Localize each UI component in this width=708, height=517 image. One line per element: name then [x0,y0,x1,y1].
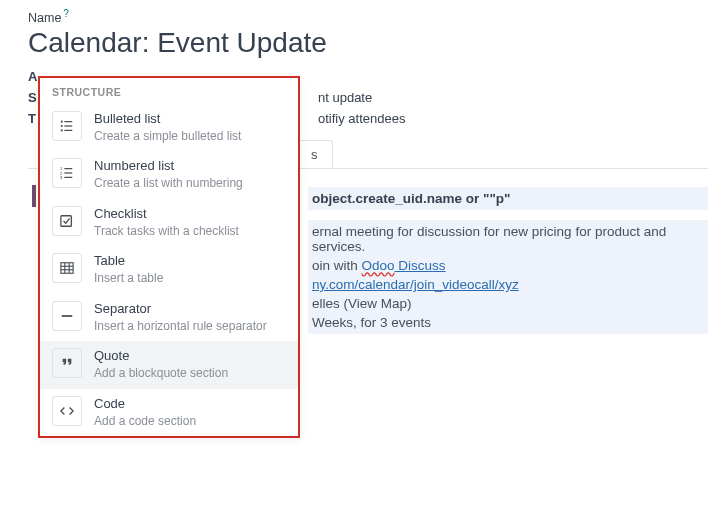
svg-rect-20 [62,315,73,317]
table-icon [52,253,82,283]
odoo-discuss-link[interactable]: Odoo [362,258,395,273]
popup-item-desc: Add a blockquote section [94,366,228,372]
numbered-list-icon: 123 [52,158,82,188]
svg-point-2 [61,121,63,123]
svg-rect-14 [61,216,72,227]
svg-rect-3 [64,121,72,122]
checklist-icon [52,206,82,236]
help-icon[interactable]: ? [63,8,69,19]
videocall-link[interactable]: ny.com/calendar/join_videocall/xyz [312,277,519,292]
tab-item[interactable]: s [296,140,333,168]
popup-item-separator[interactable]: Separator Insert a horizontal rule separ… [40,294,298,341]
popup-item-desc: Create a simple bulleted list [94,129,241,145]
svg-rect-13 [64,177,72,178]
popup-item-title: Table [94,253,163,270]
popup-item-desc: Track tasks with a checklist [94,224,239,240]
separator-icon [52,301,82,331]
svg-point-4 [61,125,63,127]
page-title: Calendar: Event Update [28,27,708,59]
content-line-4: ny.com/calendar/join_videocall/xyz [308,275,708,294]
svg-rect-7 [64,130,72,131]
content-line-2: ernal meeting for discussion for new pri… [308,222,708,256]
popup-item-title: Checklist [94,206,239,223]
popup-item-desc: Insert a table [94,271,163,287]
popup-item-title: Separator [94,301,267,318]
popup-item-title: Numbered list [94,158,243,175]
svg-rect-15 [61,263,73,274]
content-line-1: object.create_uid.name or ""p" [308,189,708,208]
svg-rect-9 [64,168,72,169]
content-line-5: elles (View Map) [308,294,708,313]
popup-section-header: STRUCTURE [40,78,298,104]
svg-rect-5 [64,125,72,126]
accent-bar [32,185,36,207]
popup-item-bulleted-list[interactable]: Bulleted list Create a simple bulleted l… [40,104,298,151]
slash-command-popup: STRUCTURE Bulleted list Create a simple … [38,76,300,372]
popup-item-desc: Create a list with numbering [94,176,243,192]
popup-item-numbered-list[interactable]: 123 Numbered list Create a list with num… [40,151,298,198]
bulleted-list-icon [52,111,82,141]
svg-text:3: 3 [60,176,63,181]
row-value-t: otifiy attendees [318,111,405,126]
content-line-6: Weeks, for 3 events [308,313,708,332]
popup-item-quote[interactable]: Quote Add a blockquote section [40,341,298,372]
svg-point-6 [61,129,63,131]
popup-item-desc: Insert a horizontal rule separator [94,319,267,335]
popup-item-title: Bulleted list [94,111,241,128]
quote-icon [52,348,82,372]
svg-rect-11 [64,173,72,174]
name-field-label: Name [28,11,61,25]
row-value-s: nt update [318,90,372,105]
popup-item-table[interactable]: Table Insert a table [40,246,298,293]
popup-item-checklist[interactable]: Checklist Track tasks with a checklist [40,199,298,246]
content-line-3: oin with Odoo Discuss [308,256,708,275]
popup-item-title: Quote [94,348,228,365]
